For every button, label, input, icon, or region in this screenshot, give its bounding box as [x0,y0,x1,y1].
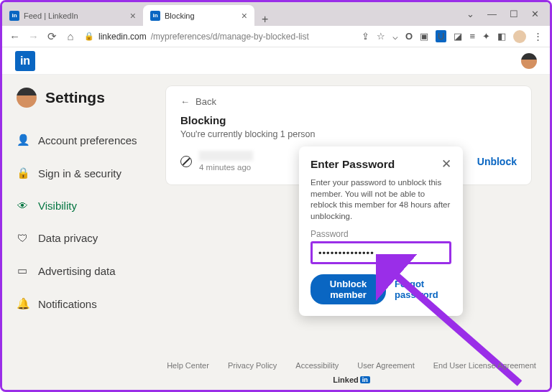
sidebar-item-visibility[interactable]: 👁 Visibility [17,190,153,222]
url-path: /mypreferences/d/manage-by-blocked-list [151,32,309,42]
tab-title: Blocking [165,11,195,20]
sidebar-item-sign-in-security[interactable]: 🔒 Sign in & security [17,157,153,190]
shield-icon: 🛡 [17,232,28,244]
address-bar: ← → ⟳ ⌂ 🔒 linkedin.com/mypreferences/d/m… [2,26,550,47]
chevron-down-icon[interactable]: ⌄ [466,9,474,19]
sidebar-item-label: Notifications [38,298,97,310]
linkedin-header: in [2,47,550,75]
linkedin-footer-logo: Linkedin [333,375,369,384]
bookmark-icon[interactable]: ☆ [377,31,385,42]
sidebar-item-label: Advertising data [38,265,116,277]
blocked-time: 4 minutes ago [199,163,253,172]
bell-icon: 🔔 [17,297,28,310]
sidebar-item-advertising-data[interactable]: ▭ Advertising data [17,254,153,287]
tab-feed[interactable]: in Feed | LinkedIn × [2,5,143,26]
minimize-icon[interactable]: — [487,9,497,19]
video-ext-icon[interactable]: ▣ [420,31,428,42]
forward-icon[interactable]: → [28,30,38,42]
sidebar-item-notifications[interactable]: 🔔 Notifications [17,287,153,320]
tab-blocking[interactable]: in Blocking × [143,5,254,26]
close-icon[interactable]: ✕ [441,157,451,172]
password-label: Password [310,229,451,239]
sidebar-item-label: Account preferences [38,134,137,146]
eye-icon: 👁 [17,200,28,212]
url-input[interactable]: 🔒 linkedin.com/mypreferences/d/manage-by… [84,32,353,42]
linkedin-logo-icon[interactable]: in [15,51,35,71]
linkedin-favicon-icon: in [150,11,160,21]
modal-title: Enter Password [310,158,395,171]
home-icon[interactable]: ⌂ [65,30,75,42]
pocket-icon[interactable]: ⌵ [392,31,398,42]
modal-description: Enter your password to unblock this memb… [310,177,451,222]
sidebar-item-label: Sign in & security [38,167,121,179]
user-avatar [17,88,37,108]
maximize-icon[interactable]: ☐ [510,9,518,19]
panel-icon[interactable]: ◧ [497,31,506,42]
settings-sidebar: Settings 👤 Account preferences 🔒 Sign in… [2,75,153,390]
section-heading: Blocking [180,114,517,126]
lock-icon: 🔒 [17,167,28,179]
send-icon[interactable]: ◪ [454,31,462,42]
blocked-member-name [199,151,253,161]
password-field-highlight [310,241,451,264]
back-button[interactable]: ← Back [180,96,517,107]
arrow-left-icon: ← [180,96,190,107]
content-area: Settings 👤 Account preferences 🔒 Sign in… [2,75,550,390]
reload-icon[interactable]: ⟳ [47,30,57,43]
forgot-password-link[interactable]: Forgot password [395,279,451,300]
person-icon: 👤 [17,134,28,146]
me-avatar[interactable] [521,53,537,69]
profile-avatar-icon[interactable] [513,30,526,43]
back-icon[interactable]: ← [9,30,19,42]
menu-icon[interactable]: ⋮ [533,31,543,42]
main-panel: ← Back Blocking You're currently blockin… [153,75,550,390]
window-controls: ⌄ — ☐ ✕ [466,2,550,26]
footer-link[interactable]: End User License Agreement [433,361,536,370]
section-subheading: You're currently blocking 1 person [180,129,517,139]
tab-title: Feed | LinkedIn [24,11,78,20]
sidebar-item-label: Data privacy [38,232,98,244]
footer-link[interactable]: Privacy Policy [228,361,277,370]
close-icon[interactable]: × [130,10,136,22]
lock-icon: 🔒 [84,32,94,41]
new-tab-button[interactable]: + [254,13,275,26]
unblock-member-button[interactable]: Unblock member [310,274,386,304]
browser-tab-strip: in Feed | LinkedIn × in Blocking × + ⌄ —… [2,2,550,26]
footer: Help Center Privacy Policy Accessibility… [153,361,550,384]
ublock-icon[interactable]: U [436,30,446,42]
ban-icon [180,156,192,167]
url-host: linkedin.com [98,32,147,42]
list-icon[interactable]: ≡ [469,31,475,42]
opera-ext-icon[interactable]: O [405,31,413,42]
share-icon[interactable]: ⇪ [362,31,369,42]
page-title: Settings [45,89,105,106]
password-input[interactable] [318,248,443,258]
linkedin-favicon-icon: in [9,11,19,21]
close-icon[interactable]: × [242,10,247,22]
unblock-button[interactable]: Unblock [477,156,517,167]
close-window-icon[interactable]: ✕ [531,9,539,19]
back-label: Back [196,96,216,107]
extensions-icon[interactable]: ✦ [482,31,490,42]
footer-link[interactable]: User Agreement [357,361,414,370]
sidebar-item-data-privacy[interactable]: 🛡 Data privacy [17,222,153,254]
sidebar-item-label: Visibility [38,200,77,212]
footer-link[interactable]: Help Center [167,361,209,370]
sidebar-item-account-preferences[interactable]: 👤 Account preferences [17,123,153,157]
footer-link[interactable]: Accessibility [295,361,339,370]
ad-icon: ▭ [17,264,28,277]
enter-password-modal: Enter Password ✕ Enter your password to … [299,146,463,316]
